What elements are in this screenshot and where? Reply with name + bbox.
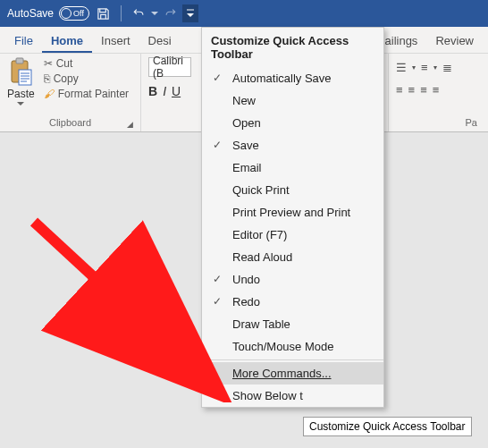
align-right-icon[interactable]: ≡ [420,83,427,97]
clipboard-actions: ✂Cut ⎘Copy 🖌Format Painter [44,57,129,100]
copy-button[interactable]: ⎘Copy [44,72,129,85]
multilevel-icon[interactable]: ≣ [442,61,452,74]
autosave-toggle[interactable]: AutoSave Off [7,6,89,21]
align-center-icon[interactable]: ≡ [408,83,416,97]
numbering-icon[interactable]: ≡ [421,61,428,74]
tab-file[interactable]: File [5,29,42,53]
menu-item[interactable]: Open [202,112,383,134]
format-painter-button[interactable]: 🖌Format Painter [44,88,129,100]
autosave-label: AutoSave [7,7,54,20]
menu-item[interactable]: Automatically Save [202,67,383,89]
svg-line-3 [34,222,210,385]
redo-icon[interactable] [164,7,177,20]
bullets-icon[interactable]: ☰ [396,61,407,74]
qat-customize-button[interactable] [182,4,198,22]
title-bar: AutoSave Off [0,0,488,27]
align-left-icon[interactable]: ≡ [396,83,403,97]
separator [121,5,122,21]
paste-button[interactable]: Paste [7,57,35,106]
chevron-down-icon [17,102,24,106]
scissors-icon: ✂ [44,57,53,70]
svg-rect-2 [19,70,31,85]
annotation-arrow [27,215,232,402]
toggle-switch[interactable]: Off [59,6,89,21]
tab-design[interactable]: Desi [139,29,172,53]
brush-icon: 🖌 [44,88,55,100]
clipboard-group: Paste ✂Cut ⎘Copy 🖌Format Painter Clipboa… [0,54,141,131]
underline-button[interactable]: U [172,84,181,98]
chevron-down-icon[interactable]: ▾ [412,63,416,72]
toggle-dot [61,8,72,19]
italic-button[interactable]: I [163,84,166,98]
chevron-down-icon[interactable]: ▾ [433,63,437,72]
tab-mailings[interactable]: ailings [385,29,427,53]
paste-label: Paste [7,88,35,100]
menu-item[interactable]: Quick Print [202,179,383,201]
chevron-down-icon[interactable] [151,10,158,17]
toggle-state: Off [73,9,84,18]
tooltip: Customize Quick Access Toolbar [303,417,472,436]
dialog-launcher-icon[interactable]: ◢ [127,120,133,129]
menu-item[interactable]: New [202,89,383,112]
paragraph-group-label: Pa [396,115,481,131]
bold-button[interactable]: B [148,84,157,98]
font-group: Calibri (B B I U [141,54,198,131]
paragraph-group: ☰▾ ≡▾ ≣ ≡ ≡ ≡ ≡ Pa [388,54,488,131]
save-icon[interactable] [97,7,110,21]
cut-button[interactable]: ✂Cut [44,57,129,70]
menu-title: Customize Quick Access Toolbar [202,28,383,67]
font-name-combo[interactable]: Calibri (B [148,57,191,77]
svg-rect-1 [16,58,23,63]
clipboard-icon [8,57,33,86]
copy-icon: ⎘ [44,72,50,85]
justify-icon[interactable]: ≡ [433,83,440,97]
undo-icon[interactable] [132,7,146,20]
clipboard-group-label: Clipboard ◢ [7,115,133,131]
menu-item[interactable]: Save [202,134,383,156]
menu-item[interactable]: Email [202,156,383,179]
quick-access-toolbar [97,4,198,22]
tab-review[interactable]: Review [426,29,483,53]
tab-insert[interactable]: Insert [92,29,139,53]
tab-home[interactable]: Home [42,29,92,53]
